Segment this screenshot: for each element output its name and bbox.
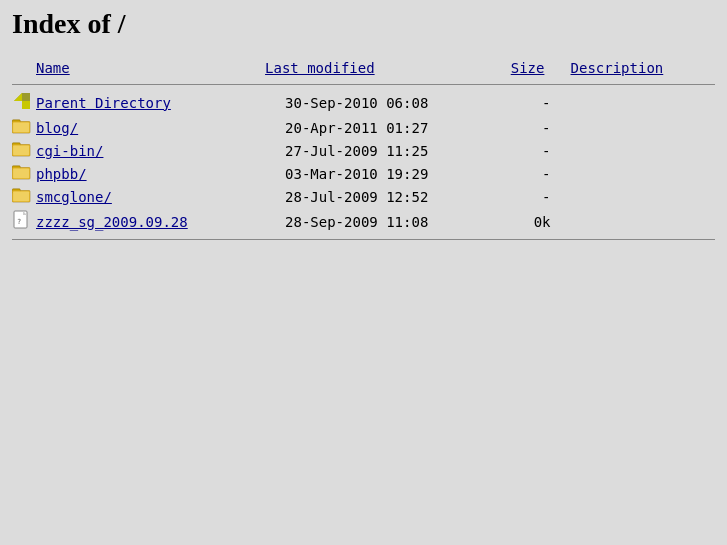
svg-text:?: ? — [17, 218, 21, 226]
svg-rect-14 — [13, 168, 29, 178]
file-name-cell: smcglone/ — [36, 185, 265, 208]
file-modified-cell: 28-Jul-2009 12:52 — [265, 185, 511, 208]
file-name-cell: cgi-bin/ — [36, 139, 265, 162]
file-modified-cell: 20-Apr-2011 01:27 — [265, 116, 511, 139]
folder-icon — [12, 141, 32, 157]
file-link[interactable]: blog/ — [36, 120, 78, 136]
header-divider — [12, 84, 715, 85]
folder-icon — [12, 118, 32, 134]
unknown-file-icon: ? — [12, 217, 32, 233]
column-header-name[interactable]: Name — [36, 56, 265, 80]
table-row: blog/20-Apr-2011 01:27- — [12, 116, 715, 139]
file-name-cell: zzzz_sg_2009.09.28 — [36, 208, 265, 235]
svg-rect-6 — [13, 122, 29, 132]
icon-header-cell — [12, 56, 36, 80]
page-heading: Index of / — [12, 8, 715, 40]
file-size-cell: - — [511, 139, 571, 162]
file-name-cell: Parent Directory — [36, 89, 265, 116]
file-modified-cell: 03-Mar-2010 19:29 — [265, 162, 511, 185]
file-size-cell: - — [511, 162, 571, 185]
file-description-cell — [571, 89, 715, 116]
file-link[interactable]: cgi-bin/ — [36, 143, 103, 159]
file-size-cell: 0k — [511, 208, 571, 235]
column-header-size[interactable]: Size — [511, 56, 571, 80]
svg-rect-2 — [22, 101, 30, 109]
file-description-cell — [571, 162, 715, 185]
file-name-cell: blog/ — [36, 116, 265, 139]
file-size-cell: - — [511, 89, 571, 116]
folder-icon — [12, 187, 32, 203]
file-modified-cell: 28-Sep-2009 11:08 — [265, 208, 511, 235]
file-description-cell — [571, 208, 715, 235]
sort-by-date-link[interactable]: Last modified — [265, 60, 375, 76]
folder-icon — [12, 164, 32, 180]
file-size-cell: - — [511, 185, 571, 208]
table-row: phpbb/03-Mar-2010 19:29- — [12, 162, 715, 185]
svg-rect-10 — [13, 145, 29, 155]
sort-by-desc-link[interactable]: Description — [571, 60, 664, 76]
column-header-description[interactable]: Description — [571, 56, 715, 80]
file-description-cell — [571, 116, 715, 139]
column-header-modified[interactable]: Last modified — [265, 56, 511, 80]
table-row: cgi-bin/27-Jul-2009 11:25- — [12, 139, 715, 162]
footer-divider — [12, 239, 715, 240]
directory-listing: Name Last modified Size Description Par — [12, 56, 715, 244]
svg-marker-1 — [14, 93, 22, 101]
svg-rect-18 — [13, 191, 29, 201]
file-name-cell: phpbb/ — [36, 162, 265, 185]
file-modified-cell: 27-Jul-2009 11:25 — [265, 139, 511, 162]
file-size-cell: - — [511, 116, 571, 139]
table-row: Parent Directory30-Sep-2010 06:08- — [12, 89, 715, 116]
file-description-cell — [571, 185, 715, 208]
table-row: smcglone/28-Jul-2009 12:52- — [12, 185, 715, 208]
file-modified-cell: 30-Sep-2010 06:08 — [265, 89, 511, 116]
file-link[interactable]: zzzz_sg_2009.09.28 — [36, 214, 188, 230]
file-link[interactable]: smcglone/ — [36, 189, 112, 205]
file-link[interactable]: phpbb/ — [36, 166, 87, 182]
back-icon — [12, 98, 32, 114]
sort-by-size-link[interactable]: Size — [511, 60, 545, 76]
table-row: ? zzzz_sg_2009.09.2828-Sep-2009 11:080k — [12, 208, 715, 235]
file-description-cell — [571, 139, 715, 162]
file-link[interactable]: Parent Directory — [36, 95, 171, 111]
sort-by-name-link[interactable]: Name — [36, 60, 70, 76]
